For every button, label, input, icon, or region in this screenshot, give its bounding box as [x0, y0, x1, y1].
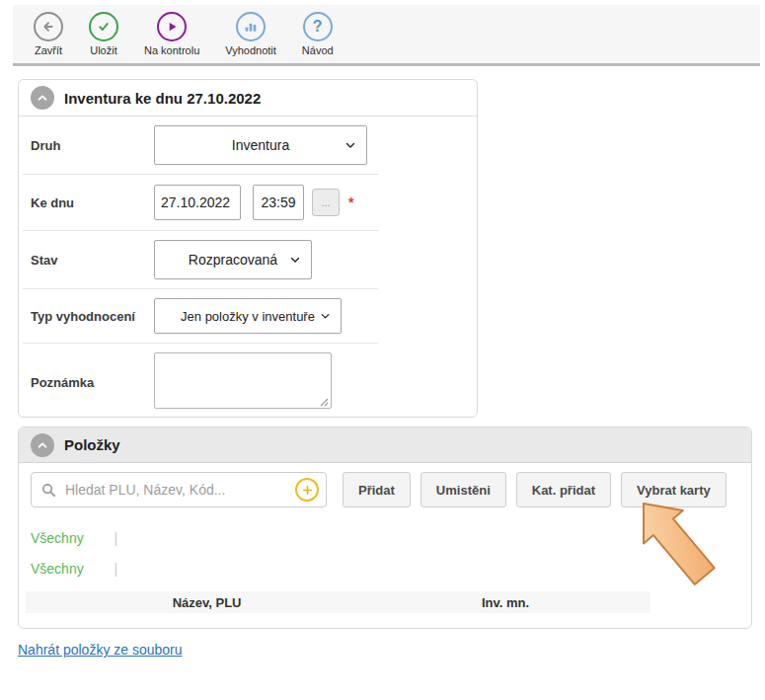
typ-vyhodnoceni-value: Jen položky v inventuře — [181, 309, 315, 324]
druh-select[interactable]: Inventura — [154, 125, 367, 165]
filter-all-link-2[interactable]: Všechny — [31, 561, 84, 577]
search-icon — [40, 482, 57, 499]
field-row-ke-dnu: Ke dnu ... * — [19, 175, 477, 230]
date-input[interactable] — [154, 185, 241, 220]
items-panel: Položky Přidat Umistěni Kat. přidat Vybr… — [18, 427, 752, 629]
add-icon[interactable] — [295, 478, 319, 502]
field-row-stav: Stav Rozpracovaná — [19, 231, 477, 288]
check-icon — [89, 12, 118, 41]
field-row-poznamka: Poznámka — [19, 344, 477, 421]
required-asterisk: * — [348, 194, 353, 210]
chevron-down-icon — [288, 253, 302, 267]
column-inv-qty: Inv. mn. — [388, 595, 650, 610]
chevron-down-icon — [319, 310, 332, 323]
typ-vyhodnoceni-label: Typ vyhodnocení — [31, 309, 154, 324]
items-panel-header: Položky — [19, 428, 751, 463]
to-check-label: Na kontrolu — [144, 44, 199, 56]
chevron-down-icon — [344, 138, 357, 152]
filters: Všechny | Všechny | — [31, 530, 739, 577]
category-add-button[interactable]: Kat. přidat — [516, 472, 611, 507]
close-label: Zavřít — [35, 44, 62, 56]
toolbar: Zavřít Uložit Na kontrolu Vyhodnotit ? N… — [13, 5, 760, 66]
inventory-panel-title: Inventura ke dnu 27.10.2022 — [64, 90, 261, 107]
stav-label: Stav — [31, 253, 154, 268]
bar-chart-icon — [236, 12, 266, 41]
collapse-button[interactable] — [31, 433, 54, 457]
field-row-druh: Druh Inventura — [19, 117, 477, 174]
save-label: Uložit — [90, 44, 117, 56]
time-input[interactable] — [253, 185, 304, 220]
chevron-up-icon — [35, 437, 50, 453]
inventory-panel-header: Inventura ke dnu 27.10.2022 — [19, 80, 477, 117]
back-arrow-icon — [34, 12, 63, 41]
poznamka-label: Poznámka — [31, 375, 154, 390]
inventory-panel: Inventura ke dnu 27.10.2022 Druh Inventu… — [18, 79, 478, 418]
save-button[interactable]: Uložit — [76, 12, 131, 56]
evaluate-label: Vyhodnotit — [225, 44, 276, 56]
upload-items-link[interactable]: Nahrát položky ze souboru — [18, 642, 183, 658]
collapse-button[interactable] — [31, 86, 54, 110]
items-toolbar: Přidat Umistěni Kat. přidat Vybrat karty — [31, 472, 739, 507]
items-table-header: Název, PLU Inv. mn. — [26, 591, 650, 613]
items-panel-title: Položky — [64, 436, 120, 453]
poznamka-textarea[interactable] — [154, 352, 332, 409]
druh-value: Inventura — [232, 137, 289, 153]
filter-separator: | — [115, 561, 118, 577]
stav-value: Rozpracovaná — [189, 252, 277, 268]
druh-label: Druh — [31, 138, 154, 153]
chevron-up-icon — [35, 90, 50, 106]
select-cards-button[interactable]: Vybrat karty — [621, 472, 727, 507]
guide-label: Návod — [302, 44, 334, 56]
filter-line: Všechny | — [31, 561, 739, 577]
play-icon — [157, 12, 187, 41]
to-check-button[interactable]: Na kontrolu — [131, 12, 212, 56]
filter-all-link-1[interactable]: Všechny — [31, 530, 84, 546]
ke-dnu-label: Ke dnu — [31, 195, 154, 210]
column-name-plu: Název, PLU — [26, 595, 388, 610]
date-picker-button[interactable]: ... — [312, 189, 340, 216]
field-row-typ-vyhodnoceni: Typ vyhodnocení Jen položky v inventuře — [19, 289, 477, 343]
location-button[interactable]: Umistěni — [421, 472, 506, 507]
typ-vyhodnoceni-select[interactable]: Jen položky v inventuře — [154, 298, 342, 334]
evaluate-button[interactable]: Vyhodnotit — [212, 12, 289, 56]
filter-separator: | — [115, 530, 118, 546]
search-box — [31, 472, 327, 507]
guide-button[interactable]: ? Návod — [289, 12, 346, 56]
search-input[interactable] — [65, 482, 295, 498]
add-item-button[interactable]: Přidat — [343, 472, 411, 507]
question-icon: ? — [303, 12, 333, 41]
close-button[interactable]: Zavřít — [21, 12, 76, 56]
stav-select[interactable]: Rozpracovaná — [154, 240, 312, 279]
filter-line: Všechny | — [31, 530, 739, 546]
